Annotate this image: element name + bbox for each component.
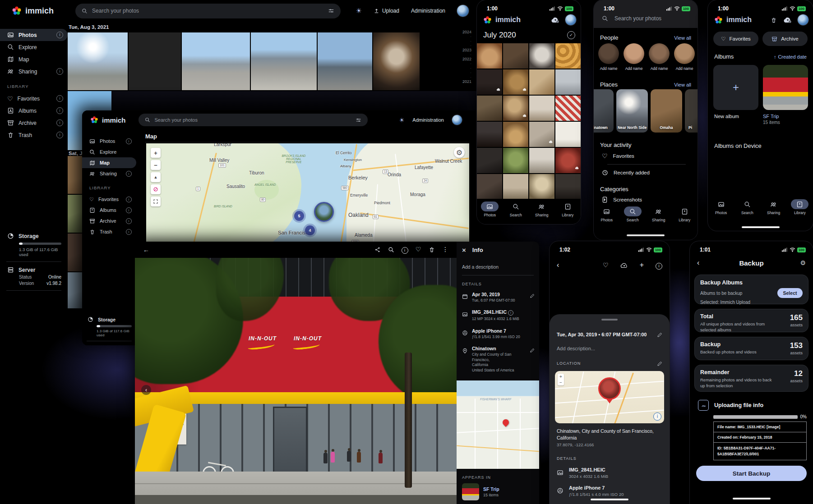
previous-photo-button[interactable]: ‹ [141,385,151,395]
photo-tile[interactable] [68,32,128,90]
photo-tile[interactable] [529,174,554,199]
sidebar-item-photos[interactable]: Photos i [0,29,68,41]
edit-location-icon[interactable] [657,359,662,367]
nav-search[interactable]: Search [504,202,527,217]
view-all-link[interactable]: View all [674,82,691,87]
zoom-in-button[interactable]: + [151,148,161,158]
select-button[interactable]: Select [777,288,803,298]
nav-library[interactable]: Library [673,206,696,222]
place-card[interactable]: Pi [685,89,698,133]
location-map-thumbnail[interactable]: i +− [555,371,664,423]
location-map-thumbnail[interactable]: FISHERMAN'S WHARF [457,380,539,469]
upload-cloud-icon[interactable] [620,261,628,269]
add-description-field[interactable]: Add description... [550,339,670,351]
timeline-scrubber[interactable]: 2024 ··· 2023 · 2022 ···· 2021 [462,30,471,84]
sidebar-item-explore[interactable]: Explore [0,41,68,53]
photo-tile[interactable] [477,148,502,173]
theme-toggle-icon[interactable]: ☀ [356,7,361,15]
map-settings-button[interactable]: ⚙ [454,147,465,158]
backup-cloud-icon[interactable] [783,16,792,24]
nav-photos[interactable]: Photos [595,206,619,222]
person-item[interactable]: Add name [674,43,695,71]
edit-location-icon[interactable] [530,346,535,373]
info-icon[interactable]: i [126,197,132,202]
add-name-label[interactable]: Add name [649,64,670,71]
settings-gear-icon[interactable]: ⚙ [800,259,806,266]
person-item[interactable]: Add name [624,43,644,71]
nav-library[interactable]: Library [556,202,579,217]
info-icon[interactable]: i [56,95,63,102]
favorite-icon[interactable]: ♡ [411,246,425,254]
recently-added-row[interactable]: Recently added [594,170,698,176]
sort-button[interactable]: ↑Created date [774,54,807,60]
map-cluster-marker[interactable]: 4 [305,225,315,235]
photo-tile[interactable] [318,32,372,90]
home-indicator[interactable] [742,226,780,228]
clear-selection-button[interactable] [151,184,161,194]
map-info-icon[interactable]: i [653,412,661,421]
trash-icon[interactable] [425,246,439,254]
more-options-icon[interactable]: ⋮ [439,246,452,254]
photo-tile[interactable] [555,148,581,173]
sidebar-item-sharing[interactable]: Sharing i [0,65,68,78]
avatar[interactable] [565,14,576,25]
favorites-button[interactable]: ♡Favorites [713,32,758,46]
photo-tile[interactable] [373,32,420,90]
sidebar-item-trash[interactable]: Trash i [0,129,68,141]
sidebar-item-archive[interactable]: Archivei [82,215,136,226]
info-icon[interactable]: i [126,218,132,224]
add-icon[interactable]: + [640,261,644,269]
administration-link[interactable]: Administration [412,117,444,123]
sidebar-item-map[interactable]: Map [82,157,136,168]
photo-tile[interactable] [529,96,554,121]
map-zoom-controls[interactable]: +− [558,374,564,385]
nav-photos[interactable]: Photos [709,199,733,215]
nav-sharing[interactable]: Sharing [530,202,554,217]
zoom-icon[interactable] [384,246,398,254]
photo-tile[interactable] [503,43,528,69]
view-all-link[interactable]: View all [674,35,691,41]
sidebar-item-favorites[interactable]: ♡ Favorites i [0,92,68,105]
sidebar-item-trash[interactable]: Trashi [82,226,136,237]
info-icon[interactable]: i [656,261,662,270]
avatar[interactable] [452,115,462,125]
photo-tile[interactable] [503,96,528,121]
favorites-row[interactable]: ♡Favorites [594,152,698,160]
place-card[interactable]: Near North Side [616,89,648,133]
photo-tile[interactable] [529,43,554,69]
favorite-icon[interactable]: ♡ [603,261,609,269]
home-indicator[interactable] [733,498,771,499]
sidebar-item-photos[interactable]: Photos i [82,136,136,147]
photo-tile[interactable] [529,148,554,173]
add-description-field[interactable]: Add a description [457,258,539,270]
info-icon[interactable]: i [126,229,132,235]
photo-tile[interactable] [477,174,502,199]
info-icon[interactable]: i [56,68,63,75]
photo-tile[interactable] [503,69,528,95]
screenshots-row[interactable]: Screenshots [594,197,698,203]
administration-link[interactable]: Administration [411,8,445,14]
photo-tile[interactable] [529,122,554,147]
photo-tile[interactable] [477,69,502,95]
search-input[interactable]: Search your photos [139,114,368,126]
place-card[interactable]: Omaha [651,89,682,133]
photo-tile[interactable] [555,122,581,147]
photo-tile[interactable] [477,122,502,147]
photo-tile[interactable] [251,32,317,90]
place-card[interactable]: Chinatown [594,89,614,133]
share-icon[interactable] [371,246,384,254]
info-icon[interactable]: i [56,107,63,114]
sidebar-item-favorites[interactable]: ♡Favoritesi [82,194,136,205]
filter-icon[interactable] [356,117,361,123]
map-photo-marker[interactable] [314,202,334,222]
avatar[interactable] [798,14,808,25]
search-input[interactable]: Search your photos [75,4,341,18]
sidebar-item-explore[interactable]: Explore [82,147,136,157]
photo-tile[interactable] [555,174,581,199]
photo-tile[interactable] [503,148,528,173]
info-icon[interactable]: i [126,171,132,177]
photo-tile[interactable] [503,122,528,147]
photo-viewer[interactable]: IN-N-OUT IN-N-OUT ‹ [135,258,457,504]
back-icon[interactable]: ‹ [557,261,559,269]
info-icon[interactable]: i [56,119,63,126]
